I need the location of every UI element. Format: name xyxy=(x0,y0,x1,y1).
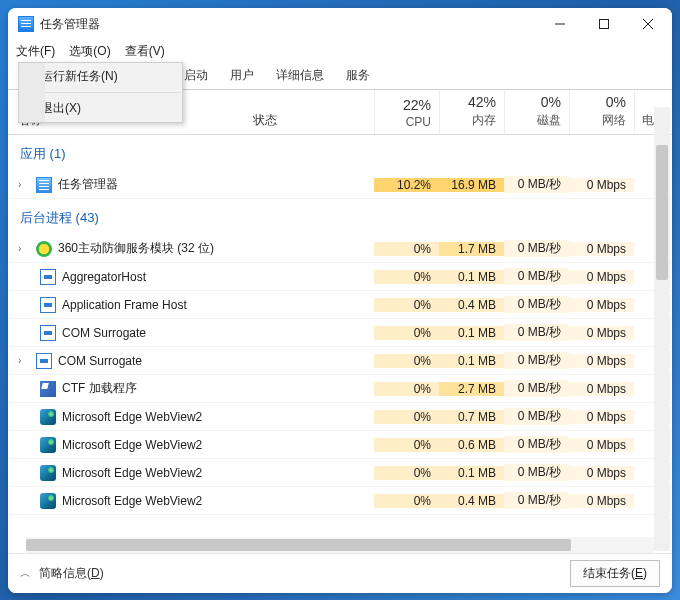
minimize-icon xyxy=(555,19,565,29)
menu-view[interactable]: 查看(V) xyxy=(125,43,165,60)
cell-mem: 0.1 MB xyxy=(439,270,504,284)
process-name-cell: Microsoft Edge WebView2 xyxy=(8,409,374,425)
cell-cpu: 0% xyxy=(374,410,439,424)
col-cpu[interactable]: 22% CPU xyxy=(374,90,439,134)
table-row[interactable]: Application Frame Host0%0.4 MB0 MB/秒0 Mb… xyxy=(8,291,672,319)
process-name-label: Microsoft Edge WebView2 xyxy=(62,438,202,452)
cell-net: 0 Mbps xyxy=(569,438,634,452)
col-memory[interactable]: 42% 内存 xyxy=(439,90,504,134)
process-name-cell: AggregatorHost xyxy=(8,269,374,285)
vertical-scrollbar[interactable] xyxy=(654,107,670,551)
tab-details[interactable]: 详细信息 xyxy=(266,62,334,89)
end-task-button[interactable]: 结束任务(E) xyxy=(570,560,660,587)
process-icon xyxy=(40,297,56,313)
table-row[interactable]: COM Surrogate0%0.1 MB0 MB/秒0 Mbps xyxy=(8,319,672,347)
h-scroll-thumb[interactable] xyxy=(26,539,571,551)
cell-cpu: 10.2% xyxy=(374,178,439,192)
process-name-cell: Application Frame Host xyxy=(8,297,374,313)
cell-cpu: 0% xyxy=(374,298,439,312)
cell-cpu: 0% xyxy=(374,354,439,368)
table-row[interactable]: AggregatorHost0%0.1 MB0 MB/秒0 Mbps xyxy=(8,263,672,291)
cell-cpu: 0% xyxy=(374,438,439,452)
table-row[interactable]: Microsoft Edge WebView20%0.4 MB0 MB/秒0 M… xyxy=(8,487,672,515)
window-buttons xyxy=(538,9,670,39)
cell-net: 0 Mbps xyxy=(569,466,634,480)
group-background[interactable]: 后台进程 (43) xyxy=(8,199,672,235)
process-icon xyxy=(40,269,56,285)
close-icon xyxy=(643,19,653,29)
horizontal-scrollbar[interactable] xyxy=(26,537,654,553)
task-manager-window: 任务管理器 文件(F) 选项(O) 查看(V) 启动 用户 详细信息 服务 运行… xyxy=(8,8,672,593)
cell-cpu: 0% xyxy=(374,242,439,256)
process-name-cell: Microsoft Edge WebView2 xyxy=(8,493,374,509)
net-total-pct: 0% xyxy=(606,94,626,110)
process-name-label: Microsoft Edge WebView2 xyxy=(62,494,202,508)
tab-users[interactable]: 用户 xyxy=(220,62,264,89)
process-name-label: CTF 加载程序 xyxy=(62,380,137,397)
col-network[interactable]: 0% 网络 xyxy=(569,90,634,134)
cell-cpu: 0% xyxy=(374,382,439,396)
mem-total-pct: 42% xyxy=(468,94,496,110)
tab-services[interactable]: 服务 xyxy=(336,62,380,89)
cell-disk: 0 MB/秒 xyxy=(504,324,569,341)
process-name-cell: CTF 加载程序 xyxy=(8,380,374,397)
cell-disk: 0 MB/秒 xyxy=(504,492,569,509)
process-name-cell: ›360主动防御服务模块 (32 位) xyxy=(8,240,374,257)
process-icon xyxy=(40,493,56,509)
table-row[interactable]: Microsoft Edge WebView20%0.1 MB0 MB/秒0 M… xyxy=(8,459,672,487)
col-status[interactable]: 状态 xyxy=(249,90,374,134)
cell-net: 0 Mbps xyxy=(569,382,634,396)
chevron-right-icon[interactable]: › xyxy=(18,355,30,366)
cell-cpu: 0% xyxy=(374,326,439,340)
rows-container[interactable]: 应用 (1) ›任务管理器10.2%16.9 MB0 MB/秒0 Mbps后台进… xyxy=(8,135,672,534)
process-name-label: AggregatorHost xyxy=(62,270,146,284)
cell-cpu: 0% xyxy=(374,494,439,508)
process-icon xyxy=(36,177,52,193)
brief-info-link[interactable]: 简略信息(D) xyxy=(39,565,104,582)
cell-net: 0 Mbps xyxy=(569,354,634,368)
minimize-button[interactable] xyxy=(538,9,582,39)
disk-total-pct: 0% xyxy=(541,94,561,110)
chevron-right-icon[interactable]: › xyxy=(18,179,30,190)
table-row[interactable]: Microsoft Edge WebView20%0.6 MB0 MB/秒0 M… xyxy=(8,431,672,459)
close-button[interactable] xyxy=(626,9,670,39)
cell-mem: 16.9 MB xyxy=(439,178,504,192)
cell-mem: 0.4 MB xyxy=(439,298,504,312)
cell-net: 0 Mbps xyxy=(569,178,634,192)
process-name-label: Application Frame Host xyxy=(62,298,187,312)
process-name-label: COM Surrogate xyxy=(62,326,146,340)
cell-mem: 0.4 MB xyxy=(439,494,504,508)
cell-net: 0 Mbps xyxy=(569,298,634,312)
titlebar[interactable]: 任务管理器 xyxy=(8,8,672,40)
table-row[interactable]: ›360主动防御服务模块 (32 位)0%1.7 MB0 MB/秒0 Mbps xyxy=(8,235,672,263)
process-name-label: 360主动防御服务模块 (32 位) xyxy=(58,240,214,257)
v-scroll-thumb[interactable] xyxy=(656,145,668,280)
menu-options[interactable]: 选项(O) xyxy=(69,43,110,60)
chevron-right-icon[interactable]: › xyxy=(18,243,30,254)
menu-file[interactable]: 文件(F) xyxy=(16,43,55,60)
cell-cpu: 0% xyxy=(374,466,439,480)
cell-disk: 0 MB/秒 xyxy=(504,176,569,193)
process-name-label: COM Surrogate xyxy=(58,354,142,368)
table-row[interactable]: CTF 加载程序0%2.7 MB0 MB/秒0 Mbps xyxy=(8,375,672,403)
table-row[interactable]: ›COM Surrogate0%0.1 MB0 MB/秒0 Mbps xyxy=(8,347,672,375)
table-row[interactable]: Microsoft Edge WebView20%0.7 MB0 MB/秒0 M… xyxy=(8,403,672,431)
process-icon xyxy=(40,409,56,425)
cell-disk: 0 MB/秒 xyxy=(504,464,569,481)
cell-disk: 0 MB/秒 xyxy=(504,436,569,453)
cell-mem: 0.7 MB xyxy=(439,410,504,424)
process-icon xyxy=(40,465,56,481)
col-disk[interactable]: 0% 磁盘 xyxy=(504,90,569,134)
cell-disk: 0 MB/秒 xyxy=(504,268,569,285)
maximize-button[interactable] xyxy=(582,9,626,39)
process-name-cell: ›COM Surrogate xyxy=(8,353,374,369)
process-name-cell: Microsoft Edge WebView2 xyxy=(8,437,374,453)
group-apps[interactable]: 应用 (1) xyxy=(8,135,672,171)
cell-mem: 0.1 MB xyxy=(439,466,504,480)
cell-mem: 1.7 MB xyxy=(439,242,504,256)
cpu-total-pct: 22% xyxy=(403,97,431,113)
chevron-up-icon[interactable]: ︿ xyxy=(20,566,31,581)
process-name-cell: COM Surrogate xyxy=(8,325,374,341)
table-row[interactable]: ›任务管理器10.2%16.9 MB0 MB/秒0 Mbps xyxy=(8,171,672,199)
cell-disk: 0 MB/秒 xyxy=(504,408,569,425)
